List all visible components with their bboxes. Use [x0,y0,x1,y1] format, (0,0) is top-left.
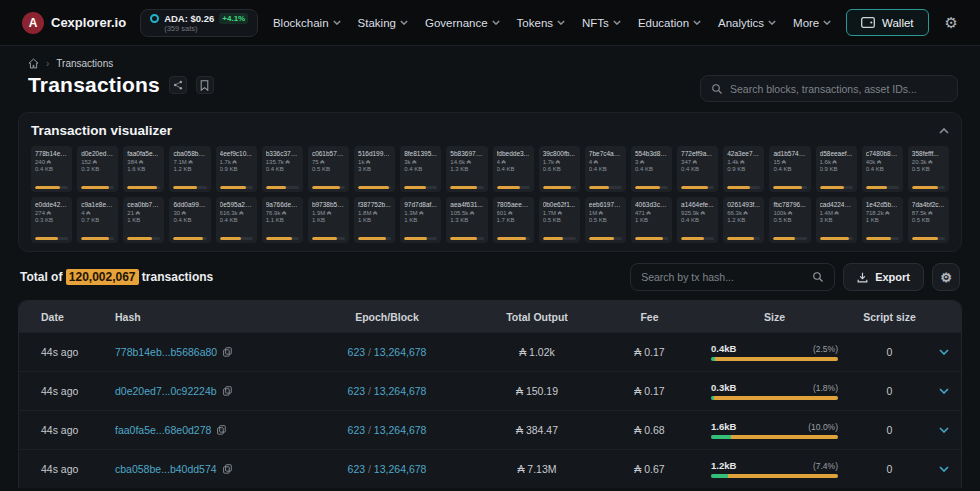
tx-card[interactable]: 772eff9a... 347 ₳ 0.4 KB [677,146,718,192]
tx-card[interactable]: 1e42d5b3... 718.2k ₳ 1 KB [862,197,903,243]
tx-card[interactable]: fdbedde3... 4 ₳ 0.4 KB [493,146,534,192]
tx-hash-link[interactable]: d0e20ed7...0c92224b [115,385,217,397]
tx-card[interactable]: cad42249... 1.4M ₳ 3 KB [816,197,857,243]
wallet-button[interactable]: Wallet [846,9,929,36]
tx-card[interactable]: 9a766dea... 76.9k ₳ 1.1 KB [262,197,303,243]
tx-card-hash: 5b836971... [450,150,483,157]
tx-card[interactable]: faa0fa5e... 384 ₳ 1.6 KB [123,146,164,192]
tx-card[interactable]: f387752b... 1.8M ₳ 1 KB [354,197,395,243]
tx-card-size-bar [173,237,206,240]
epoch-link[interactable]: 623 [348,463,366,475]
expand-row-button[interactable] [927,466,961,472]
nav-menu-item[interactable]: Blockchain [273,17,341,29]
tx-card[interactable]: 516d1995... 1k ₳ 3 KB [354,146,395,192]
tx-card-size: 1.3 KB [450,217,483,223]
tx-card-size-bar-fill [81,237,109,240]
ada-price-badge[interactable]: ADA: $0.26 +4.1% (359 sats) [140,9,258,37]
copy-icon[interactable] [223,347,232,357]
epoch-link[interactable]: 623 [348,346,366,358]
tx-card-amount: 718.2k ₳ [866,210,899,216]
tx-hash-search[interactable] [630,263,835,291]
main-navigation: Blockchain Staking Governance Tokens NFT… [273,17,831,29]
breadcrumb-item[interactable]: Transactions [56,58,113,69]
block-link[interactable]: 13,264,678 [374,424,427,436]
tx-card[interactable]: 4063d3c7... 471 ₳ 1 KB [631,197,672,243]
tx-card[interactable]: 4eef9c10... 1.7k ₳ 0.9 KB [216,146,257,192]
block-link[interactable]: 13,264,678 [374,346,427,358]
copy-icon[interactable] [223,464,232,474]
collapse-chevron-up-icon[interactable] [939,128,949,134]
tx-card-amount: 616.3k ₳ [220,210,253,216]
tx-card[interactable]: cea0bb73... 21 ₳ 1 KB [123,197,164,243]
tx-card[interactable]: 0b0e62f1... 1.7M ₳ 0.5 KB [539,197,580,243]
tx-hash-link[interactable]: cba058be...b40dd574 [115,463,217,475]
tx-card[interactable]: 7da4bf2c... 87.5k ₳ 0.5 KB [908,197,949,243]
epoch-link[interactable]: 623 [348,424,366,436]
tx-card[interactable]: c9a1e8e7... 4 ₳ 0.7 KB [77,197,118,243]
tx-hash-search-input[interactable] [641,271,812,283]
tx-card[interactable]: a1464efe... 925.9k ₳ 0.4 KB [677,197,718,243]
tx-card[interactable]: eeb6197c... 1M ₳ 0.5 KB [585,197,626,243]
tx-card[interactable]: 778b14eb... 240 ₳ 0.4 KB [31,146,72,192]
tx-card[interactable]: aea4f631... 105.5k ₳ 1.3 KB [446,197,487,243]
tx-card[interactable]: b336c37e... 135.7k ₳ 0.4 KB [262,146,303,192]
nav-menu-item[interactable]: Staking [358,17,408,29]
tx-card[interactable]: 5b836971... 14.6k ₳ 1.3 KB [446,146,487,192]
global-search[interactable] [700,75,958,102]
tx-card-size: 1 KB [358,217,391,223]
tx-card[interactable]: 0261493f... 66.3k ₳ 1.2 KB [723,197,764,243]
nav-menu-item[interactable]: Governance [425,17,500,29]
copy-icon[interactable] [223,386,232,396]
tx-card[interactable]: 42a3ee76... 1.4k ₳ 0.9 KB [723,146,764,192]
tx-hash-link[interactable]: 778b14eb...b5686a80 [115,346,217,358]
tx-card[interactable]: cba058be... 7.1M ₳ 1.2 KB [169,146,210,192]
nav-menu-item[interactable]: Analytics [718,17,776,29]
tx-card[interactable]: 6dd0a999... 30 ₳ 0.4 KB [169,197,210,243]
brand-logo-icon: A [22,12,44,34]
nav-menu-item[interactable]: Tokens [517,17,565,29]
tx-card[interactable]: c7480b88... 40k ₳ 0.4 KB [862,146,903,192]
tx-card[interactable]: c061b575... 75 ₳ 0.5 KB [308,146,349,192]
share-button[interactable] [169,76,187,94]
nav-menu-item[interactable]: Education [638,17,701,29]
column-header-hash: Hash [107,311,302,323]
home-icon[interactable] [28,58,39,69]
tx-card[interactable]: 358fefff... 20.3k ₳ 0.5 KB [908,146,949,192]
tx-card-size-bar [358,237,391,240]
tx-card[interactable]: 97d7d8af... 1.3M ₳ 1 KB [400,197,441,243]
nav-menu-item[interactable]: More [793,17,831,29]
global-search-input[interactable] [730,83,947,95]
copy-icon[interactable] [217,425,226,435]
bookmark-button[interactable] [196,76,214,94]
tx-card[interactable]: ad1b5743... 15 ₳ 0.4 KB [769,146,810,192]
tx-card[interactable]: e0dde428... 274 ₳ 0.3 KB [31,197,72,243]
tx-hash-link[interactable]: faa0fa5e...68e0d278 [115,424,211,436]
export-button[interactable]: Export [843,263,924,291]
tx-card-hash: 42a3ee76... [727,150,760,157]
tx-card[interactable]: 0e595a28... 616.3k ₳ 0.4 KB [216,197,257,243]
nav-menu-item[interactable]: NFTs [582,17,621,29]
tx-card[interactable]: fbc78796... 100k ₳ 0.5 KB [769,197,810,243]
tx-date: 44s ago [19,424,107,436]
expand-row-button[interactable] [927,388,961,394]
expand-row-button[interactable] [927,427,961,433]
tx-card[interactable]: 7be7c4a3... 4 ₳ 0.4 KB [585,146,626,192]
table-settings-button[interactable]: ⚙ [932,263,960,291]
expand-row-button[interactable] [927,349,961,355]
tx-size-value: 1.2kB [711,460,736,471]
tx-card[interactable]: 7805aee7... 601 ₳ 1.7 KB [493,197,534,243]
tx-card[interactable]: 554b3d8a... 3 ₳ 0.4 KB [631,146,672,192]
gear-icon[interactable]: ⚙ [945,14,958,32]
tx-card[interactable]: 39c800fb... 1.7k ₳ 0.6 KB [539,146,580,192]
block-link[interactable]: 13,264,678 [374,463,427,475]
tx-card[interactable]: d58eeaef... 1.6k ₳ 0.9 KB [816,146,857,192]
tx-card[interactable]: b9738b57... 1.9M ₳ 1 KB [308,197,349,243]
tx-card[interactable]: 8fe81395... 3k ₳ 0.4 KB [400,146,441,192]
block-link[interactable]: 13,264,678 [374,385,427,397]
chevron-down-icon [768,20,776,25]
tx-card-amount: 76.9k ₳ [266,210,299,216]
epoch-link[interactable]: 623 [348,385,366,397]
brand-logo-group[interactable]: A Cexplorer.io [22,12,126,34]
tx-card[interactable]: d0e20ed7... 152 ₳ 0.3 KB [77,146,118,192]
tx-card-size-bar-fill [543,237,563,240]
